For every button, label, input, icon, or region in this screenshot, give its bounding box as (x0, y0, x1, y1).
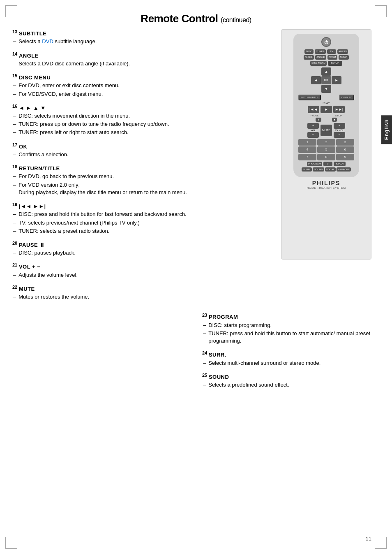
angle-button[interactable]: ANGLE (315, 55, 326, 60)
aux-button[interactable]: AUX/DI (337, 49, 348, 54)
num-7-button[interactable]: 7 (298, 154, 316, 160)
num-4-button[interactable]: 4 (298, 146, 316, 153)
nav-left-button[interactable]: ◄ (311, 76, 321, 84)
section-13-title: 13 SUBTITLE (12, 29, 269, 37)
repeat-button[interactable]: REPEAT (334, 162, 346, 166)
spacer (323, 118, 331, 122)
section-18: 18 RETURN/TITLE For DVD, go back to the … (12, 164, 269, 196)
page-number: 11 (366, 535, 371, 542)
section-15-body: For DVD, enter or exit disc contents men… (12, 82, 269, 97)
nav-ok-button[interactable]: OK (321, 76, 331, 84)
disc-menu-row: DISC MENU SETUP (296, 61, 357, 65)
num-1-button[interactable]: 1 (298, 139, 316, 146)
tuner-button[interactable]: TUNER (315, 49, 326, 54)
program-button[interactable]: PROGRAM (307, 162, 322, 166)
section-21-body: Adjusts the volume level. (12, 271, 269, 279)
play-controls-row: |◄◄ ► ►►| (296, 106, 357, 113)
home-theater-label: HOME THEATER SYSTEM (307, 186, 346, 189)
title-text: Remote Control (141, 12, 218, 25)
num-2-button[interactable]: 2 (317, 139, 335, 146)
tv-button[interactable]: TV (327, 49, 336, 54)
power-icon[interactable]: ⏻ (321, 37, 331, 47)
section-22-bullet-1: Mutes or restores the volume. (13, 293, 269, 301)
nav-empty-tr (332, 67, 341, 76)
nav-down-button[interactable]: ▼ (321, 85, 331, 93)
page-title: Remote Control (continued) (0, 0, 392, 29)
play-label: PLAY (296, 102, 357, 104)
nav-cross: ▲ ◄ OK ► ▼ (311, 67, 341, 93)
section-22: 22 MUTE Mutes or restores the volume. (12, 285, 269, 301)
remote-image-area: ⏻ DISC TUNER TV AUX/DI SURR. ANGLE ZOOM … (281, 29, 380, 306)
zoom-button[interactable]: ZOOM (327, 55, 337, 60)
pause-button[interactable]: ⏸ (316, 118, 321, 122)
vol-plus-button[interactable]: + (307, 123, 319, 129)
section-13-body: Selects a DVD subtitle language. (12, 38, 269, 45)
section-20-body: DISC: pauses playback. (12, 249, 269, 257)
num-6-button[interactable]: 6 (336, 146, 354, 153)
section-18-bullet-1: For DVD, go back to the previous menu. (13, 173, 269, 180)
section-24-bullet-1: Selects multi-channel surround or stereo… (203, 359, 380, 367)
remote-control-image: ⏻ DISC TUNER TV AUX/DI SURR. ANGLE ZOOM … (281, 29, 371, 260)
nav-up-button[interactable]: ▲ (321, 67, 331, 76)
return-title-button[interactable]: RETURN/TITLE (298, 95, 321, 100)
section-19-body: DISC: press and hold this button for fas… (12, 211, 269, 235)
section-22-title: 22 MUTE (12, 285, 269, 292)
tv-vol-label: TV VOL (335, 129, 344, 132)
section-19-bullet-2: TV: selects previous/next channel (Phili… (13, 219, 269, 227)
vol-minus-button[interactable]: − (307, 132, 319, 138)
prev-button[interactable]: |◄◄ (308, 106, 319, 113)
mute-button[interactable]: MUTE (321, 125, 332, 136)
section-16: 16 ◄ ► ▲ ▼ DISC: selects movement direct… (12, 104, 269, 137)
play-button[interactable]: ► (321, 106, 332, 113)
pause-stop-row: ⏸ ■ (296, 118, 357, 122)
section-21-title: 21 VOL + − (12, 262, 269, 270)
vol-label: VOL (311, 129, 316, 132)
disc-button[interactable]: DISC (304, 49, 314, 54)
bottom-left-filler (12, 313, 190, 394)
section-20-bullet-1: DISC: pauses playback. (13, 249, 269, 257)
zero-button[interactable]: 0 (323, 162, 332, 166)
left-content-area: 13 SUBTITLE Selects a DVD subtitle langu… (12, 29, 273, 306)
pause-stop-labels: PAUSE STOP (296, 114, 357, 117)
section-17: 17 OK Confirms a selection. (12, 142, 269, 159)
disc-menu-button[interactable]: DISC MENU (310, 61, 327, 65)
section-19-bullet-1: DISC: press and hold this button for fas… (13, 211, 269, 218)
section-15-title: 15 DISC MENU (12, 73, 269, 81)
num-9-button[interactable]: 9 (336, 154, 354, 160)
section-16-title: 16 ◄ ► ▲ ▼ (12, 104, 269, 111)
section-18-bullet-2: For VCD version 2.0 only;During playback… (13, 181, 269, 196)
section-23-bullet-2: TUNER: press and hold this button to sta… (203, 330, 380, 345)
title-continued: (continued) (221, 16, 251, 23)
section-24-body: Selects multi-channel surround or stereo… (202, 359, 380, 367)
setup-button[interactable]: SETUP (328, 61, 342, 65)
section-13: 13 SUBTITLE Selects a DVD subtitle langu… (12, 29, 269, 46)
num-5-button[interactable]: 5 (317, 146, 335, 153)
tv-vol-minus-button[interactable]: − (334, 132, 345, 138)
stop-button[interactable]: ■ (332, 118, 337, 122)
surr-bottom-button[interactable]: SURR. (302, 167, 312, 172)
section-15-bullet-2: For VCD/SVCD, enter digest menu. (13, 90, 269, 98)
philips-brand-label: PHILIPS (312, 180, 340, 186)
nav-right-button[interactable]: ► (332, 76, 341, 84)
vocal-button[interactable]: VOCAL (325, 167, 336, 172)
tv-vol-plus-button[interactable]: + (334, 123, 345, 129)
section-15: 15 DISC MENU For DVD, enter or exit disc… (12, 73, 269, 98)
bottom-sections: 23 PROGRAM DISC: starts programming. TUN… (202, 313, 380, 394)
section-19-bullet-3: TUNER: selects a preset radio station. (13, 227, 269, 235)
num-3-button[interactable]: 3 (336, 139, 354, 146)
audio-button[interactable]: AUDIO (339, 55, 349, 60)
karaoke-button[interactable]: KARAOKE (337, 167, 351, 172)
sound-button[interactable]: SOUND (313, 167, 324, 172)
surr-top-button[interactable]: SURR. (304, 55, 314, 60)
section-14-bullet-1: Selects a DVD disc camera angle (if avai… (13, 60, 269, 67)
bottom-content-area: 23 PROGRAM DISC: starts programming. TUN… (0, 306, 392, 403)
display-button[interactable]: DISPLAY (339, 95, 354, 100)
program-row: PROGRAM 0 REPEAT (296, 162, 357, 166)
section-19: 19 |◄◄ ►►| DISC: press and hold this but… (12, 202, 269, 235)
surr-sound-row: SURR. SOUND VOCAL KARAOKE (296, 167, 357, 172)
num-8-button[interactable]: 8 (317, 154, 335, 160)
section-13-bullet-1: Selects a DVD subtitle language. (13, 38, 269, 45)
next-button[interactable]: ►►| (333, 106, 345, 113)
section-20: 20 PAUSE ⏸ DISC: pauses playback. (12, 241, 269, 257)
section-21-bullet-1: Adjusts the volume level. (13, 271, 269, 279)
